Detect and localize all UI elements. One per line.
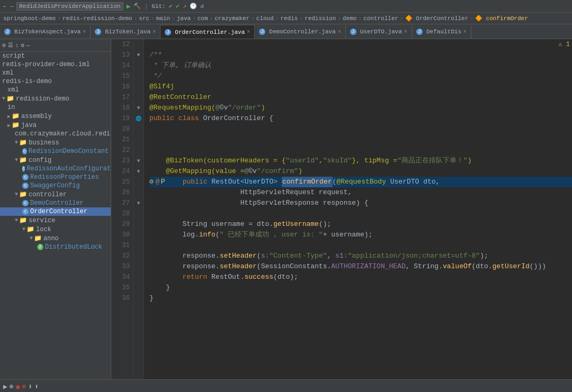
- sidebar-item-java[interactable]: ▶ 📁 java: [0, 121, 111, 130]
- breadcrumb-ordercontroller[interactable]: 🔶 OrderController: [405, 15, 469, 22]
- sidebar-item-service[interactable]: ▼ 📁 service: [0, 216, 111, 225]
- debug-up-icon[interactable]: ⬆: [34, 382, 39, 391]
- line-num-13: 13: [111, 50, 130, 60]
- git-time-icon[interactable]: 🕐: [190, 3, 197, 10]
- breadcrumb-crazymaker[interactable]: crazymaker: [215, 15, 249, 22]
- sidebar-item-xml2[interactable]: xml: [0, 86, 111, 94]
- breadcrumb-cloud[interactable]: cloud: [256, 15, 274, 22]
- line-num-16: 16: [111, 81, 130, 92]
- back-icon[interactable]: ←: [3, 3, 7, 10]
- line-num-34: 34: [111, 272, 130, 282]
- sidebar-minimize-icon[interactable]: —: [26, 42, 30, 49]
- run-button[interactable]: ▶: [127, 2, 131, 11]
- sidebar-item-ordercontroller[interactable]: c OrderController: [0, 207, 111, 216]
- sidebar-label-in: in: [7, 104, 15, 111]
- warning-badge: ⚠ 1: [558, 40, 570, 48]
- sidebar-item-lock[interactable]: ▼ 📁 lock: [0, 225, 111, 234]
- sidebar-label-redission-constant: RedissionDemoConstant: [29, 148, 109, 155]
- tab-close-democontroller[interactable]: ×: [338, 29, 341, 35]
- sidebar: ⚙ ☰ ↕ ⚙ — script redis-provider-demo.iml…: [0, 39, 111, 379]
- breadcrumb-demo[interactable]: demo: [343, 15, 356, 22]
- sidebar-item-script[interactable]: script: [0, 52, 111, 60]
- debug-stop-icon[interactable]: ⊗: [22, 382, 26, 391]
- sidebar-label-redis-is-demo: redis-is-demo: [2, 78, 52, 85]
- line-num-36: 36: [111, 293, 130, 304]
- code-line-17: @RestController: [149, 92, 572, 103]
- tabs-bar: J BizTokenAspect.java × J BizToken.java …: [0, 24, 572, 39]
- breadcrumb-redission[interactable]: redission: [305, 15, 336, 22]
- sidebar-item-package[interactable]: com.crazymaker.cloud.redis.red: [0, 130, 111, 138]
- tab-biztokenaspect[interactable]: J BizTokenAspect.java ×: [0, 25, 91, 39]
- sidebar-item-assembly[interactable]: ▶ 📁 assembly: [0, 112, 111, 121]
- tab-close-biztokenaspect[interactable]: ×: [83, 29, 86, 35]
- gutter-30: [133, 230, 144, 240]
- sidebar-item-redisson-props[interactable]: c RedissonProperties: [0, 173, 111, 181]
- sidebar-item-config[interactable]: ▼ 📁 config: [0, 156, 111, 165]
- code-area: ⚠ 1 12 13 14 15 16 17 18 19 20 21 22 23 …: [111, 39, 572, 379]
- tab-label-ordercontroller: OrderController.java: [175, 29, 245, 35]
- debug-add-icon[interactable]: ⊕: [10, 382, 14, 391]
- tree-arrow-lock: ▼: [22, 226, 25, 232]
- sidebar-sort-icon[interactable]: ↕: [15, 42, 19, 49]
- tab-defaultdis[interactable]: J DefaultDis ×: [412, 25, 471, 39]
- line-num-27: 27: [111, 198, 130, 208]
- sidebar-item-redission-constant[interactable]: c RedissionDemoConstant: [0, 147, 111, 156]
- sidebar-item-anno[interactable]: ▼ 📁 anno: [0, 234, 111, 243]
- tab-close-biztoken[interactable]: ×: [153, 29, 156, 35]
- line-num-28: 28: [111, 208, 130, 219]
- tab-userdto[interactable]: J UserDTO.java ×: [346, 25, 412, 39]
- tab-close-defaultdis[interactable]: ×: [463, 29, 467, 35]
- debug-toolbar: ▶ ⊕ ◉ ⊗ ⬇ ⬆: [0, 379, 572, 392]
- breadcrumb-redis[interactable]: redis: [280, 15, 298, 22]
- folder-icon-controller: 📁: [19, 190, 27, 198]
- tab-biztoken[interactable]: J BizToken.java ×: [91, 25, 160, 39]
- sidebar-label-package: com.crazymaker.cloud.redis.red: [15, 130, 111, 138]
- sidebar-item-business[interactable]: ▼ 📁 business: [0, 138, 111, 147]
- sidebar-item-redis-is-demo[interactable]: redis-is-demo: [0, 77, 111, 86]
- breadcrumb-main[interactable]: main: [156, 15, 170, 22]
- forward-icon[interactable]: →: [10, 3, 14, 10]
- code-content[interactable]: /** * 下单, 订单确认 */ @Slf4j @RestController…: [144, 39, 572, 379]
- breadcrumb-java[interactable]: java: [177, 15, 191, 22]
- breadcrumb: springboot-demo › redis-redission-demo ›…: [0, 13, 572, 24]
- git-arrow-icon[interactable]: ↗: [183, 2, 186, 10]
- folder-icon-java: 📁: [12, 121, 20, 129]
- tab-close-userdto[interactable]: ×: [404, 29, 407, 35]
- git-undo-icon[interactable]: ↺: [200, 3, 204, 10]
- debug-down-icon[interactable]: ⬇: [28, 382, 32, 391]
- breadcrumb-controller[interactable]: controller: [363, 15, 398, 22]
- line-num-31: 31: [111, 240, 130, 251]
- sidebar-item-distributed-lock[interactable]: @ DistributedLock: [0, 243, 111, 251]
- tab-ordercontroller[interactable]: J OrderController.java ×: [160, 25, 255, 39]
- sidebar-item-controller[interactable]: ▼ 📁 controller: [0, 190, 111, 199]
- breadcrumb-redis-redission-demo[interactable]: redis-redission-demo: [62, 15, 132, 22]
- sidebar-item-xml[interactable]: xml: [0, 69, 111, 77]
- project-dropdown[interactable]: RedidJedisProviderApplication: [16, 2, 123, 11]
- breadcrumb-com[interactable]: com: [198, 15, 208, 22]
- tab-close-ordercontroller[interactable]: ×: [247, 29, 250, 35]
- debug-record-icon[interactable]: ◉: [16, 382, 20, 391]
- line-num-17: 17: [111, 92, 130, 103]
- sidebar-item-provider-iml[interactable]: redis-provider-demo.iml: [0, 60, 111, 69]
- sidebar-item-swagger-config[interactable]: c SwaggerConfig: [0, 181, 111, 190]
- sidebar-item-democontroller[interactable]: c DemoController: [0, 199, 111, 207]
- tab-democontroller[interactable]: J DemoController.java ×: [255, 25, 345, 39]
- sidebar-list-icon[interactable]: ☰: [8, 42, 13, 49]
- line-num-24: 24: [111, 166, 130, 177]
- sidebar-label-script: script: [2, 52, 25, 60]
- sidebar-item-redisson-autoconfig[interactable]: c RedissonAutoConfiguratio: [0, 165, 111, 173]
- breadcrumb-confirmorder[interactable]: 🔶 confirmOrder: [475, 15, 528, 22]
- sidebar-item-in[interactable]: in: [0, 103, 111, 112]
- gutter-23: ▼: [133, 156, 144, 166]
- sidebar-label-redission-demo: redission-demo: [16, 95, 69, 103]
- code-editor[interactable]: ⚠ 1 12 13 14 15 16 17 18 19 20 21 22 23 …: [111, 39, 572, 379]
- sidebar-item-redission-demo[interactable]: ▼ 📁 redission-demo: [0, 94, 111, 103]
- code-line-30: log.info(" 已经下单成功 , user is: " + usernam…: [149, 230, 572, 240]
- debug-run-icon[interactable]: ▶: [3, 382, 7, 391]
- sidebar-gear-icon[interactable]: ⚙: [21, 42, 24, 49]
- java-icon-redisson-autoconfig: c: [22, 166, 25, 172]
- breadcrumb-src[interactable]: src: [139, 15, 149, 22]
- sidebar-settings-icon[interactable]: ⚙: [2, 42, 6, 49]
- breadcrumb-springboot-demo[interactable]: springboot-demo: [3, 15, 56, 22]
- build-icon[interactable]: 🔨: [133, 3, 141, 10]
